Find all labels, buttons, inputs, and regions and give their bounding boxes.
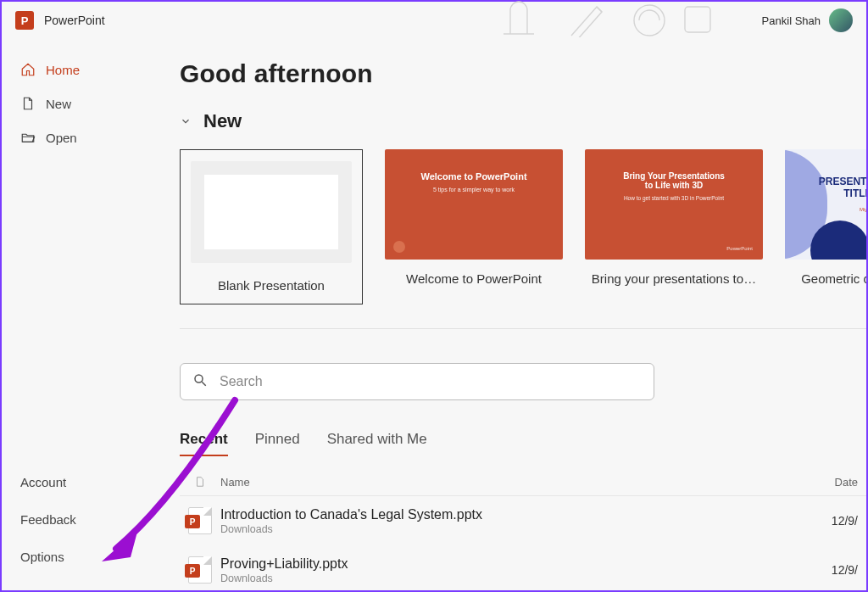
sidebar: Home New Open Account Feedback Options xyxy=(2,39,141,590)
template-label: Blank Presentation xyxy=(218,278,325,293)
sidebar-item-label: New xyxy=(46,97,71,111)
template-blank[interactable]: Blank Presentation xyxy=(180,149,363,304)
tab-shared[interactable]: Shared with Me xyxy=(327,431,427,456)
greeting-heading: Good afternoon xyxy=(180,59,866,88)
search-icon xyxy=(192,372,208,391)
document-icon xyxy=(20,96,36,111)
svg-point-0 xyxy=(634,5,665,36)
file-name: Proving+Liability.pptx xyxy=(220,556,807,572)
template-thumb: Bring Your Presentations to Life with 3D… xyxy=(585,149,763,260)
pptx-file-icon: P xyxy=(180,507,220,534)
home-icon xyxy=(20,62,36,77)
file-location: Downloads xyxy=(220,572,807,584)
file-location: Downloads xyxy=(220,523,807,535)
sidebar-item-label: Options xyxy=(20,550,64,564)
file-list-header: Name Date xyxy=(180,475,866,496)
template-geometric[interactable]: PRESENTATIONTITLE Miyra Nihon Geometric … xyxy=(785,149,866,304)
sidebar-item-home[interactable]: Home xyxy=(2,53,141,87)
new-section-header[interactable]: New xyxy=(180,110,866,132)
template-label: Bring your presentations to… xyxy=(592,271,756,286)
file-tabs: Recent Pinned Shared with Me xyxy=(180,431,866,456)
template-thumb xyxy=(191,161,352,263)
decorative-doodle xyxy=(495,0,715,37)
search-box[interactable] xyxy=(180,363,654,400)
column-date[interactable]: Date xyxy=(807,476,858,489)
template-thumb: Welcome to PowerPoint 5 tips for a simpl… xyxy=(385,149,563,260)
new-section-title: New xyxy=(203,110,242,132)
svg-point-2 xyxy=(195,375,203,383)
template-thumb: PRESENTATIONTITLE Miyra Nihon xyxy=(785,149,866,260)
file-date: 12/9/ xyxy=(807,514,858,528)
column-icon[interactable] xyxy=(180,475,220,489)
file-row[interactable]: P Introduction to Canada's Legal System.… xyxy=(180,496,866,545)
user-avatar[interactable] xyxy=(829,8,853,32)
svg-line-3 xyxy=(202,382,206,386)
sidebar-item-feedback[interactable]: Feedback xyxy=(2,500,141,538)
tab-pinned[interactable]: Pinned xyxy=(255,431,300,456)
column-name[interactable]: Name xyxy=(220,476,807,489)
sidebar-item-account[interactable]: Account xyxy=(2,463,141,500)
sidebar-item-label: Open xyxy=(46,131,77,145)
folder-open-icon xyxy=(20,130,36,145)
user-name[interactable]: Pankil Shah xyxy=(762,14,821,27)
main-area: Good afternoon New Blank Presentation We… xyxy=(141,39,866,590)
tab-recent[interactable]: Recent xyxy=(180,431,228,456)
template-label: Geometric color bl xyxy=(801,271,866,286)
file-name: Introduction to Canada's Legal System.pp… xyxy=(220,507,807,522)
chevron-down-icon xyxy=(180,115,192,127)
template-3d[interactable]: Bring Your Presentations to Life with 3D… xyxy=(585,149,763,304)
sidebar-item-label: Account xyxy=(20,475,66,489)
title-bar: P PowerPoint Pankil Shah xyxy=(2,2,866,39)
app-title: PowerPoint xyxy=(44,14,105,27)
sidebar-item-new[interactable]: New xyxy=(2,87,141,120)
svg-rect-1 xyxy=(685,7,710,32)
templates-row: Blank Presentation Welcome to PowerPoint… xyxy=(180,149,866,329)
template-welcome[interactable]: Welcome to PowerPoint 5 tips for a simpl… xyxy=(385,149,563,304)
file-row[interactable]: P Proving+Liability.pptx Downloads 12/9/ xyxy=(180,545,866,590)
sidebar-item-label: Home xyxy=(46,63,80,77)
file-date: 12/9/ xyxy=(807,563,858,577)
search-input[interactable] xyxy=(220,374,642,389)
sidebar-item-options[interactable]: Options xyxy=(2,538,141,575)
sidebar-item-label: Feedback xyxy=(20,512,76,527)
pptx-file-icon: P xyxy=(180,556,220,584)
template-label: Welcome to PowerPoint xyxy=(406,271,542,286)
sidebar-item-open[interactable]: Open xyxy=(2,120,141,154)
powerpoint-app-icon: P xyxy=(15,11,34,30)
